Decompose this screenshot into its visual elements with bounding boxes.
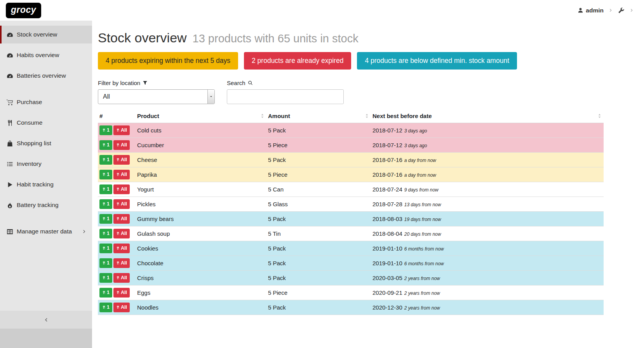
relative-date-note: 2 years from now — [404, 305, 440, 311]
tachometer-icon — [7, 73, 13, 79]
chevron-left-icon — [44, 317, 49, 322]
utensils-icon — [7, 120, 13, 126]
sidebar-item-batteries-overview[interactable]: Batteries overview — [0, 67, 92, 85]
cart-icon — [7, 99, 13, 106]
search-input[interactable] — [227, 89, 344, 104]
consume-all-button[interactable]: All — [113, 244, 130, 253]
wrench-icon — [618, 7, 625, 14]
list-icon — [7, 161, 13, 167]
sidebar-item-label: Batteries overview — [17, 72, 66, 79]
column-header-amount[interactable]: Amount — [266, 111, 371, 123]
table-row: 1AllPickles5 Glass2018-07-2813 days from… — [98, 197, 604, 211]
consume-one-button[interactable]: 1 — [99, 184, 112, 194]
sidebar-item-battery-tracking[interactable]: Battery tracking — [0, 196, 92, 214]
consume-one-button[interactable]: 1 — [99, 125, 112, 135]
product-amount: 5 Tin — [266, 226, 371, 241]
consume-all-button[interactable]: All — [113, 229, 130, 238]
consume-all-button[interactable]: All — [113, 214, 130, 224]
consume-all-button[interactable]: All — [113, 273, 130, 283]
relative-date-note: 2 years from now — [404, 291, 440, 296]
chevron-right-icon — [630, 8, 634, 12]
consume-one-button[interactable]: 1 — [99, 199, 112, 209]
row-actions-cell: 1All — [98, 300, 136, 315]
search-label: Search — [227, 80, 344, 86]
sidebar-item-label: Habit tracking — [17, 181, 54, 188]
row-actions-cell: 1All — [98, 152, 136, 167]
relative-date-note: 6 months from now — [404, 261, 444, 266]
sidebar-item-shopping-list[interactable]: Shopping list — [0, 134, 92, 152]
user-icon — [578, 7, 583, 13]
product-amount: 5 Pack — [266, 270, 371, 285]
best-before-date: 2018-07-16a day from now — [371, 152, 604, 167]
sidebar-item-consume[interactable]: Consume — [0, 114, 92, 132]
column-header-product[interactable]: Product — [136, 111, 266, 123]
alert-danger-button[interactable]: 2 products are already expired — [244, 52, 351, 70]
consume-all-button[interactable]: All — [113, 288, 130, 298]
row-actions-cell: 1All — [98, 182, 136, 197]
utensils-icon — [116, 261, 120, 265]
relative-date-note: 6 months from now — [404, 246, 444, 252]
utensils-icon — [116, 202, 120, 206]
consume-all-button[interactable]: All — [113, 184, 130, 194]
utensils-icon — [102, 305, 106, 310]
consume-all-button[interactable]: All — [113, 155, 130, 165]
settings-menu[interactable] — [618, 7, 625, 14]
consume-one-button[interactable]: 1 — [99, 288, 112, 298]
consume-one-button[interactable]: 1 — [99, 170, 112, 179]
page-heading: Stock overview 13 products with 65 units… — [98, 30, 604, 46]
best-before-date: 2019-01-106 months from now — [371, 241, 604, 256]
sidebar: Stock overviewHabits overviewBatteries o… — [0, 21, 92, 348]
table-row: 1AllNoodles5 Pack2020-12-302 years from … — [98, 300, 604, 315]
utensils-icon — [116, 143, 120, 147]
best-before-date: 2018-08-0319 days from now — [371, 211, 604, 226]
search-icon — [248, 80, 253, 85]
product-amount: 5 Pack — [266, 256, 371, 270]
alert-info-button[interactable]: 4 products are below defined min. stock … — [357, 52, 517, 70]
utensils-icon — [116, 216, 120, 221]
consume-one-button[interactable]: 1 — [99, 303, 112, 312]
consume-one-button[interactable]: 1 — [99, 273, 112, 283]
consume-one-button[interactable]: 1 — [99, 214, 112, 224]
sidebar-item-habits-overview[interactable]: Habits overview — [0, 46, 92, 64]
product-name: Cheese — [136, 152, 266, 167]
relative-date-note: a day from now — [404, 158, 436, 163]
relative-date-note: 13 days from now — [404, 202, 441, 207]
consume-one-button[interactable]: 1 — [99, 140, 112, 150]
sidebar-item-manage-master-data[interactable]: Manage master data — [0, 223, 92, 240]
sidebar-item-label: Battery tracking — [17, 202, 59, 209]
consume-all-button[interactable]: All — [113, 125, 130, 135]
consume-all-button[interactable]: All — [113, 303, 130, 312]
utensils-icon — [102, 216, 106, 221]
column-header-best-before[interactable]: Next best before date — [371, 111, 604, 123]
sidebar-nav: Stock overviewHabits overviewBatteries o… — [0, 21, 92, 240]
location-filter-select[interactable]: All — [98, 89, 215, 104]
consume-one-button[interactable]: 1 — [99, 258, 112, 268]
relative-date-note: 9 days from now — [404, 187, 439, 193]
app-logo[interactable]: grocy — [6, 3, 41, 18]
sort-icon[interactable] — [597, 113, 602, 118]
user-menu[interactable]: admin — [578, 7, 604, 14]
filter-row: Filter by location All Search — [98, 80, 604, 104]
sidebar-item-purchase[interactable]: Purchase — [0, 93, 92, 111]
stock-table: # Product Amount Next best before date 1… — [98, 111, 604, 315]
consume-all-button[interactable]: All — [113, 140, 130, 150]
app-logo-text: grocy — [11, 5, 36, 15]
alert-warning-button[interactable]: 4 products expiring within the next 5 da… — [98, 52, 238, 70]
sidebar-collapse-button[interactable] — [0, 311, 92, 329]
chevron-right-icon — [82, 229, 87, 234]
product-name: Chocolate — [136, 256, 266, 270]
consume-one-button[interactable]: 1 — [99, 229, 112, 238]
utensils-icon — [116, 128, 120, 132]
sort-icon[interactable] — [260, 113, 265, 118]
consume-all-button[interactable]: All — [113, 258, 130, 268]
consume-all-button[interactable]: All — [113, 170, 130, 179]
sidebar-item-habit-tracking[interactable]: Habit tracking — [0, 176, 92, 193]
consume-one-button[interactable]: 1 — [99, 155, 112, 165]
consume-one-button[interactable]: 1 — [99, 244, 112, 253]
column-header-number: # — [98, 111, 136, 123]
product-name: Gulash soup — [136, 226, 266, 241]
consume-all-button[interactable]: All — [113, 199, 130, 209]
sidebar-item-stock-overview[interactable]: Stock overview — [0, 26, 92, 44]
sidebar-item-inventory[interactable]: Inventory — [0, 155, 92, 173]
sort-icon[interactable] — [364, 113, 369, 118]
